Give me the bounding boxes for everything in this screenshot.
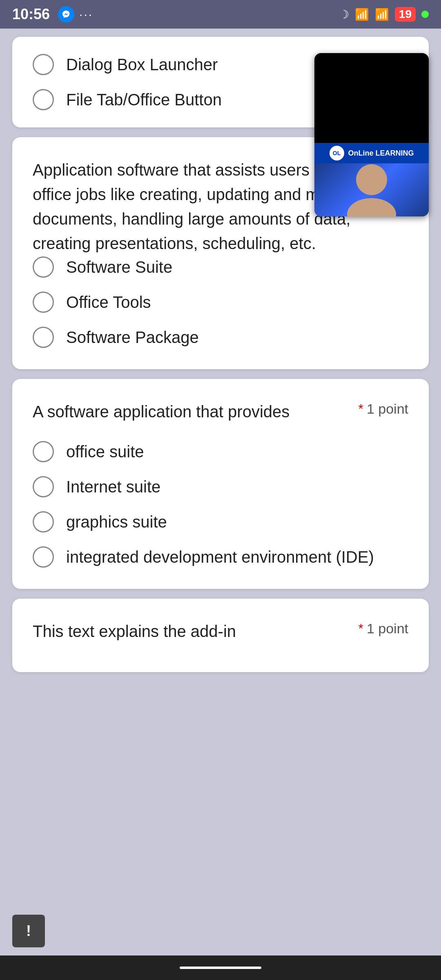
online-learning-text: OnLine LEARNING xyxy=(348,149,414,158)
messenger-icon[interactable] xyxy=(58,6,74,22)
list-item[interactable]: graphics suite xyxy=(33,510,408,533)
radio-software-package[interactable] xyxy=(33,327,54,348)
video-bottom: OL OnLine LEARNING xyxy=(314,143,429,216)
radio-file-tab[interactable] xyxy=(33,89,54,110)
status-bar: 10:56 ··· ☽ 📶 📶 19 xyxy=(0,0,441,29)
status-time: 10:56 xyxy=(12,6,50,23)
option-label: File Tab/Office Button xyxy=(66,88,222,111)
question-card-4-partial: This text explains the add-in * 1 point xyxy=(12,599,429,672)
status-left: 10:56 ··· xyxy=(12,6,93,23)
wifi-icon: 📶 xyxy=(375,8,389,21)
battery-level: 19 xyxy=(395,7,416,22)
status-right: ☽ 📶 📶 19 xyxy=(339,7,429,22)
question-header-4: This text explains the add-in * 1 point xyxy=(33,619,408,644)
exclamation-button[interactable]: ! xyxy=(12,915,45,947)
bottom-nav-bar xyxy=(0,956,441,980)
radio-software-suite[interactable] xyxy=(33,256,54,278)
status-icons: ··· xyxy=(58,6,93,22)
svg-point-1 xyxy=(347,198,396,216)
options-list-2: Software Suite Office Tools Software Pac… xyxy=(33,256,408,349)
list-item[interactable]: Internet suite xyxy=(33,475,408,498)
more-options-icon[interactable]: ··· xyxy=(79,7,93,21)
required-star-4: * xyxy=(358,621,363,636)
option-label: Software Suite xyxy=(66,256,172,278)
radio-office-tools[interactable] xyxy=(33,292,54,313)
option-label: Dialog Box Launcher xyxy=(66,53,218,76)
question-text-4: This text explains the add-in xyxy=(33,619,350,644)
radio-dialog-box-launcher[interactable] xyxy=(33,54,54,75)
option-label: office suite xyxy=(66,440,144,463)
option-label: Office Tools xyxy=(66,291,151,314)
list-item[interactable]: Software Suite xyxy=(33,256,408,278)
video-person-area xyxy=(314,163,429,216)
points-badge-3: * 1 point xyxy=(358,401,408,417)
list-item[interactable]: Office Tools xyxy=(33,291,408,314)
options-list-3: office suite Internet suite graphics sui… xyxy=(33,440,408,568)
question-text-3: A software application that provides xyxy=(33,399,350,424)
online-learning-logo: OL xyxy=(330,146,344,160)
option-label: graphics suite xyxy=(66,510,167,533)
video-top-black xyxy=(314,53,429,143)
radio-internet-suite[interactable] xyxy=(33,476,54,497)
video-logo-bar: OL OnLine LEARNING xyxy=(314,143,429,163)
radio-graphics-suite[interactable] xyxy=(33,511,54,532)
question-header-3: A software application that provides * 1… xyxy=(33,399,408,424)
required-star: * xyxy=(358,401,363,416)
points-badge-4: * 1 point xyxy=(358,621,408,637)
option-label: integrated development environment (IDE) xyxy=(66,546,374,568)
question-card-3: A software application that provides * 1… xyxy=(12,379,429,589)
svg-point-0 xyxy=(356,164,387,195)
radio-office-suite[interactable] xyxy=(33,441,54,462)
points-label-4: 1 point xyxy=(367,621,408,637)
signal-icon: 📶 xyxy=(355,8,369,21)
nav-bar-indicator xyxy=(180,967,261,969)
option-label: Software Package xyxy=(66,326,199,349)
radio-ide[interactable] xyxy=(33,546,54,568)
video-overlay[interactable]: OL OnLine LEARNING xyxy=(314,53,429,216)
status-dot xyxy=(421,11,429,18)
option-label: Internet suite xyxy=(66,475,160,498)
list-item[interactable]: Software Package xyxy=(33,326,408,349)
do-not-disturb-icon: ☽ xyxy=(339,8,349,21)
points-label: 1 point xyxy=(367,401,408,417)
list-item[interactable]: office suite xyxy=(33,440,408,463)
list-item[interactable]: integrated development environment (IDE) xyxy=(33,546,408,568)
